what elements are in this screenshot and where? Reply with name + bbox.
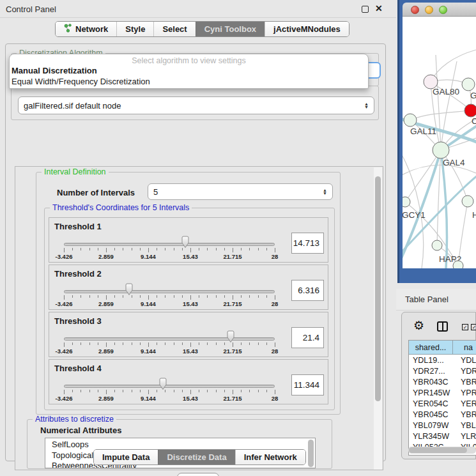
cell-shared-name[interactable]: YBR045C (409, 409, 453, 420)
apply-button[interactable]: Apply (177, 473, 219, 476)
network-window-titlebar[interactable] (403, 3, 476, 17)
table-row[interactable]: YDL19...YDL1 (409, 355, 476, 365)
tab-label: Discretize Data (167, 452, 226, 462)
column-header-name[interactable]: na (453, 341, 476, 354)
vertical-scrollbar[interactable] (374, 167, 382, 470)
table-row[interactable]: YBL079WYBL0 (409, 420, 476, 431)
cell-name[interactable]: YDL1 (453, 355, 476, 365)
cell-shared-name[interactable]: YDR27... (409, 365, 453, 376)
checkbox-icon[interactable]: ✓ (471, 324, 476, 330)
gear-icon[interactable]: ⚙ (413, 319, 424, 332)
slider-track[interactable] (64, 385, 275, 388)
network-node[interactable] (462, 196, 473, 207)
table-row[interactable]: YBR043CYBR0 (409, 376, 476, 387)
table-row[interactable]: YBR045CYBR0 (409, 409, 476, 420)
table-row[interactable]: YDR27...YDR2 (409, 365, 476, 376)
network-node[interactable] (432, 240, 442, 250)
threshold-3-value-field[interactable]: 21.4 (291, 327, 324, 348)
network-node[interactable] (404, 114, 417, 127)
cell-name[interactable]: YPR1 (453, 387, 476, 398)
horizontal-scrollbar-thumb[interactable] (409, 447, 467, 453)
cell-name[interactable]: YBR0 (453, 376, 476, 387)
tab-infer-network[interactable]: Infer Network (235, 450, 305, 464)
network-node[interactable] (403, 197, 410, 207)
cell-shared-name[interactable]: YPR145W (409, 387, 453, 398)
list-scrollbar-thumb[interactable] (308, 440, 314, 467)
network-node[interactable] (464, 104, 476, 117)
table-row[interactable]: YER054CYER0 (409, 398, 476, 409)
close-icon[interactable]: ✕ (375, 3, 383, 13)
slider-tick-labels: -3.4262.8599.14415.4321.71528 (64, 300, 275, 307)
cell-shared-name[interactable]: YBR043C (409, 376, 453, 387)
table-data-combobox[interactable]: galFiltered.sif default node ▲▼ (18, 96, 374, 114)
bottom-tab-bar: Impute Data Discretize Data Infer Networ… (93, 449, 306, 465)
cell-name[interactable]: YER0 (453, 398, 476, 409)
cell-name[interactable]: YLR3 (453, 431, 476, 441)
cell-shared-name[interactable]: YDL19... (409, 355, 453, 365)
threshold-2-value-field[interactable]: 6.316 (291, 280, 324, 301)
minimize-light-icon[interactable] (425, 6, 433, 14)
slider-tick-labels: -3.4262.8599.14415.4321.71528 (64, 253, 275, 260)
slider-track[interactable] (64, 243, 275, 246)
threshold-1-panel: Threshold 1 14.713 -3.4262.8599.14415.43… (49, 217, 328, 263)
cell-shared-name[interactable]: YER054C (409, 398, 453, 409)
slider-ticks (64, 390, 275, 395)
combo-stepper-icon[interactable]: ▲▼ (364, 102, 369, 109)
table-body: YDL19...YDL1YDR27...YDR2YBR043CYBR0YPR14… (409, 355, 476, 452)
cell-name[interactable]: YDR2 (453, 365, 476, 376)
dropdown-option-equal-width-frequency[interactable]: Equal Width/Frequency Discretization (10, 76, 368, 87)
tab-label: Network (75, 24, 108, 34)
attributes-group-title: Attributes to discretize (33, 415, 116, 424)
tab-select[interactable]: Select (153, 22, 195, 36)
float-window-icon[interactable] (362, 6, 369, 13)
tab-jactivemnodules[interactable]: jActiveMNodules (265, 22, 349, 36)
cell-name[interactable]: YBL0 (453, 420, 476, 431)
checkbox-icon[interactable]: ✓ (462, 324, 468, 330)
close-light-icon[interactable] (411, 6, 419, 14)
threshold-4-value-field[interactable]: 11.344 (291, 374, 324, 395)
combo-stepper-icon[interactable]: ▲▼ (323, 188, 327, 196)
table-row[interactable]: YPR145WYPR1 (409, 387, 476, 398)
tab-discretize-data[interactable]: Discretize Data (158, 450, 234, 464)
network-node[interactable] (453, 261, 463, 268)
slider-thumb[interactable] (180, 236, 190, 251)
network-node[interactable] (433, 142, 449, 158)
cell-shared-name[interactable]: YBL079W (409, 420, 453, 431)
cell-shared-name[interactable]: YLR345W (409, 431, 453, 441)
slider-thumb[interactable] (158, 378, 168, 393)
column-header-shared-name[interactable]: shared... (409, 341, 453, 354)
dropdown-option-manual-discretization[interactable]: Manual Discretization (10, 65, 368, 76)
table-row[interactable]: YLR345WYLR3 (409, 431, 476, 441)
node-table: shared... na YDL19...YDL1YDR27...YDR2YBR… (408, 340, 476, 456)
tab-cyni-toolbox[interactable]: Cyni Toolbox (196, 22, 265, 36)
cell-name[interactable]: YBR0 (453, 409, 476, 420)
tab-label: jActiveMNodules (273, 24, 341, 34)
tab-impute-data[interactable]: Impute Data (94, 450, 158, 464)
vertical-scrollbar-thumb[interactable] (375, 176, 381, 401)
network-graph[interactable]: GAL80GACGAL11GAL4GCY1HHAP2 (403, 17, 476, 268)
slider-track[interactable] (64, 290, 275, 293)
zoom-light-icon[interactable] (439, 6, 447, 14)
control-panel-title: Control Panel (6, 4, 56, 14)
dropdown-placeholder: Select algorithm to view settings (10, 54, 368, 65)
threshold-1-value-field[interactable]: 14.713 (291, 233, 324, 254)
slider-track[interactable] (64, 337, 275, 341)
slider-thumb[interactable] (124, 283, 134, 298)
network-node[interactable] (462, 78, 475, 91)
tab-network[interactable]: Network (56, 22, 116, 36)
slider-tick-labels: -3.4262.8599.14415.4321.71528 (64, 348, 275, 355)
number-of-intervals-combobox[interactable]: 5 ▲▼ (148, 183, 333, 200)
network-node-label: GAL4 (443, 158, 465, 167)
thresholds-group: Threshold's Coordinates for 5 Intervals … (44, 208, 335, 410)
network-edge (441, 61, 457, 150)
network-canvas[interactable]: GAL80GACGAL11GAL4GCY1HHAP2 (403, 17, 476, 268)
table-panel-titlebar: Table Panel (396, 289, 476, 311)
slider-thumb[interactable] (226, 330, 236, 346)
network-icon (64, 24, 72, 35)
network-node-label: GAL80 (433, 87, 459, 96)
slider-ticks (64, 248, 275, 253)
tab-style[interactable]: Style (116, 22, 153, 36)
split-column-icon[interactable] (437, 321, 448, 332)
horizontal-scrollbar[interactable] (408, 447, 476, 454)
table-data-group: Table Data galFiltered.sif default node … (11, 86, 379, 120)
